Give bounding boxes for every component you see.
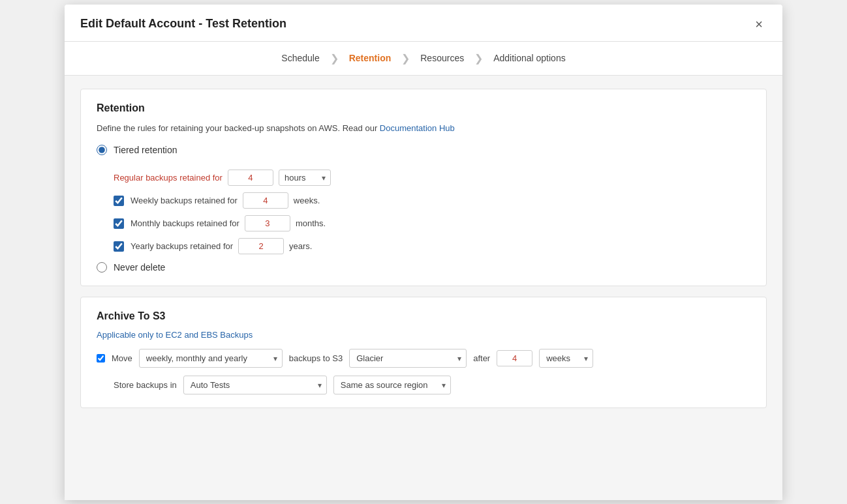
frequency-select-wrapper: weekly, monthly and yearly daily weekly …	[139, 349, 283, 368]
step-schedule[interactable]: Schedule	[275, 53, 326, 63]
period-select[interactable]: weeks days months	[539, 349, 593, 368]
monthly-backups-label: Monthly backups retained for	[131, 218, 239, 228]
tiered-retention-radio[interactable]	[97, 145, 107, 155]
retention-desc-text: Define the rules for retaining your back…	[97, 123, 377, 133]
after-number-input[interactable]	[497, 350, 532, 366]
modal-header: Edit Default Account - Test Retention ×	[65, 5, 782, 42]
archive-section: Archive To S3 Applicable only to EC2 and…	[80, 297, 767, 408]
separator-3: ❯	[470, 52, 487, 65]
retention-section: Retention Define the rules for retaining…	[80, 89, 767, 287]
edit-modal: Edit Default Account - Test Retention × …	[65, 5, 782, 500]
step-resources[interactable]: Resources	[414, 53, 470, 63]
weekly-backups-label: Weekly backups retained for	[131, 196, 238, 205]
archive-move-checkbox[interactable]	[97, 354, 105, 363]
tiered-retention-label: Tiered retention	[114, 145, 177, 155]
storage-select-wrapper: Glacier S3 Standard S3 Standard-IA	[349, 349, 467, 368]
weekly-backups-input[interactable]	[243, 192, 288, 209]
monthly-backups-input[interactable]	[245, 215, 290, 231]
monthly-backups-row: Monthly backups retained for months.	[114, 215, 750, 231]
yearly-backups-content: Yearly backups retained for years.	[131, 238, 312, 254]
monthly-backups-checkbox[interactable]	[114, 218, 124, 229]
wizard-steps: Schedule ❯ Retention ❯ Resources ❯ Addit…	[65, 42, 782, 76]
yearly-backups-input[interactable]	[238, 238, 284, 254]
never-delete-radio[interactable]	[97, 262, 107, 273]
modal-body: Retention Define the rules for retaining…	[65, 76, 782, 500]
retention-description: Define the rules for retaining your back…	[97, 122, 750, 135]
archive-move-label: Move	[112, 353, 132, 363]
frequency-select[interactable]: weekly, monthly and yearly daily weekly …	[139, 349, 283, 368]
weekly-backups-checkbox[interactable]	[114, 196, 124, 206]
monthly-backups-unit: months.	[296, 218, 326, 228]
step-retention-label: Retention	[349, 53, 392, 63]
tiered-options: Regular backups retained for hours days …	[114, 170, 750, 254]
backups-to-s3-label: backups to S3	[289, 353, 343, 363]
store-backups-row: Store backups in Auto Tests bucket-1 buc…	[114, 376, 750, 394]
tiered-retention-row: Tiered retention	[97, 145, 750, 155]
doc-hub-link[interactable]: Documentation Hub	[380, 123, 455, 133]
modal-title: Edit Default Account - Test Retention	[80, 17, 286, 31]
regular-backups-input[interactable]	[228, 170, 273, 186]
step-retention[interactable]: Retention	[343, 53, 398, 63]
regular-backups-label: Regular backups retained for	[114, 173, 223, 183]
step-resources-label: Resources	[420, 53, 464, 63]
regular-backups-unit-wrapper: hours days weeks months	[279, 170, 331, 186]
archive-description: Applicable only to EC2 and EBS Backups	[97, 330, 750, 340]
archive-title: Archive To S3	[97, 310, 750, 322]
weekly-backups-row: Weekly backups retained for weeks.	[114, 192, 750, 209]
never-delete-row: Never delete	[97, 262, 750, 273]
step-additional-options-label: Additional options	[493, 53, 566, 63]
retention-title: Retention	[97, 102, 750, 114]
bucket-select[interactable]: Auto Tests bucket-1 bucket-2	[183, 376, 327, 394]
yearly-backups-row: Yearly backups retained for years.	[114, 238, 750, 254]
archive-move-row: Move weekly, monthly and yearly daily we…	[97, 349, 750, 368]
regular-backups-unit-select[interactable]: hours days weeks months	[279, 170, 331, 186]
region-select[interactable]: Same as source region us-east-1 us-west-…	[333, 376, 451, 394]
period-select-wrapper: weeks days months	[539, 349, 593, 368]
retention-radio-group: Tiered retention Regular backups retaine…	[97, 145, 750, 273]
weekly-backups-unit: weeks.	[294, 196, 320, 205]
never-delete-label: Never delete	[114, 262, 165, 273]
bucket-select-wrapper: Auto Tests bucket-1 bucket-2	[183, 376, 327, 394]
storage-select[interactable]: Glacier S3 Standard S3 Standard-IA	[349, 349, 467, 368]
close-button[interactable]: ×	[751, 16, 767, 32]
regular-backups-row: Regular backups retained for hours days …	[114, 170, 750, 186]
region-select-wrapper: Same as source region us-east-1 us-west-…	[333, 376, 451, 394]
step-additional-options[interactable]: Additional options	[487, 53, 572, 63]
step-schedule-label: Schedule	[281, 53, 319, 63]
weekly-backups-content: Weekly backups retained for weeks.	[131, 192, 320, 209]
yearly-backups-checkbox[interactable]	[114, 241, 124, 252]
after-label: after	[473, 353, 490, 363]
separator-2: ❯	[397, 52, 414, 65]
monthly-backups-content: Monthly backups retained for months.	[131, 215, 326, 231]
separator-1: ❯	[326, 52, 343, 65]
yearly-backups-label: Yearly backups retained for	[131, 241, 233, 251]
yearly-backups-unit: years.	[289, 241, 312, 251]
store-backups-label: Store backups in	[114, 380, 177, 390]
